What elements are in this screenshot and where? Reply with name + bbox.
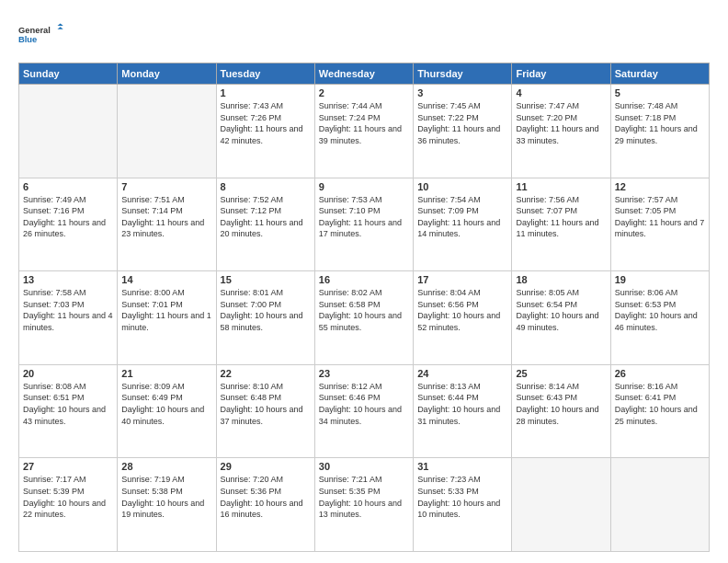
- calendar-cell: 3Sunrise: 7:45 AMSunset: 7:22 PMDaylight…: [414, 85, 512, 178]
- col-header-sunday: Sunday: [19, 63, 118, 85]
- calendar-cell: 7Sunrise: 7:51 AMSunset: 7:14 PMDaylight…: [118, 178, 216, 271]
- calendar-cell: 6Sunrise: 7:49 AMSunset: 7:16 PMDaylight…: [19, 178, 118, 271]
- day-info: Sunrise: 7:17 AMSunset: 5:39 PMDaylight:…: [23, 474, 113, 520]
- calendar-cell: 22Sunrise: 8:10 AMSunset: 6:48 PMDayligh…: [216, 364, 314, 458]
- svg-text:General: General: [18, 26, 51, 35]
- calendar-cell: 4Sunrise: 7:47 AMSunset: 7:20 PMDaylight…: [512, 85, 610, 178]
- day-number: 29: [221, 461, 311, 472]
- day-info: Sunrise: 8:13 AMSunset: 6:44 PMDaylight:…: [417, 381, 507, 427]
- day-info: Sunrise: 7:58 AMSunset: 7:03 PMDaylight:…: [23, 287, 113, 333]
- day-number: 9: [319, 181, 409, 192]
- day-number: 23: [319, 368, 409, 379]
- day-info: Sunrise: 7:48 AMSunset: 7:18 PMDaylight:…: [615, 100, 705, 146]
- day-number: 24: [417, 368, 507, 379]
- day-number: 11: [516, 181, 606, 192]
- day-info: Sunrise: 8:06 AMSunset: 6:53 PMDaylight:…: [615, 287, 705, 333]
- col-header-tuesday: Tuesday: [216, 63, 314, 85]
- week-row-3: 13Sunrise: 7:58 AMSunset: 7:03 PMDayligh…: [19, 271, 710, 365]
- calendar-cell: 17Sunrise: 8:04 AMSunset: 6:56 PMDayligh…: [414, 271, 512, 365]
- day-number: 17: [417, 274, 507, 285]
- day-number: 5: [615, 87, 705, 98]
- col-header-wednesday: Wednesday: [314, 63, 413, 85]
- day-info: Sunrise: 7:23 AMSunset: 5:33 PMDaylight:…: [417, 474, 507, 520]
- calendar-cell: 30Sunrise: 7:21 AMSunset: 5:35 PMDayligh…: [314, 458, 413, 552]
- day-number: 10: [417, 181, 507, 192]
- day-number: 8: [221, 181, 311, 192]
- day-number: 15: [221, 274, 311, 285]
- calendar-cell: 2Sunrise: 7:44 AMSunset: 7:24 PMDaylight…: [314, 85, 413, 178]
- calendar-cell: 27Sunrise: 7:17 AMSunset: 5:39 PMDayligh…: [19, 458, 118, 552]
- day-info: Sunrise: 8:00 AMSunset: 7:01 PMDaylight:…: [121, 287, 211, 333]
- week-row-4: 20Sunrise: 8:08 AMSunset: 6:51 PMDayligh…: [19, 364, 710, 458]
- svg-text:Blue: Blue: [18, 35, 37, 44]
- day-info: Sunrise: 7:21 AMSunset: 5:35 PMDaylight:…: [319, 474, 409, 520]
- page: General Blue SundayMondayTuesdayWednesda…: [0, 0, 728, 563]
- day-info: Sunrise: 7:45 AMSunset: 7:22 PMDaylight:…: [417, 100, 507, 146]
- day-info: Sunrise: 7:57 AMSunset: 7:05 PMDaylight:…: [615, 194, 705, 240]
- day-number: 16: [319, 274, 409, 285]
- week-row-2: 6Sunrise: 7:49 AMSunset: 7:16 PMDaylight…: [19, 178, 710, 271]
- day-info: Sunrise: 8:04 AMSunset: 6:56 PMDaylight:…: [417, 287, 507, 333]
- calendar-cell: 24Sunrise: 8:13 AMSunset: 6:44 PMDayligh…: [414, 364, 512, 458]
- calendar-cell: 11Sunrise: 7:56 AMSunset: 7:07 PMDayligh…: [512, 178, 610, 271]
- calendar-cell: [19, 85, 118, 178]
- day-info: Sunrise: 7:56 AMSunset: 7:07 PMDaylight:…: [516, 194, 606, 240]
- calendar-cell: 8Sunrise: 7:52 AMSunset: 7:12 PMDaylight…: [216, 178, 314, 271]
- day-info: Sunrise: 8:16 AMSunset: 6:41 PMDaylight:…: [615, 381, 705, 427]
- calendar-cell: 12Sunrise: 7:57 AMSunset: 7:05 PMDayligh…: [610, 178, 709, 271]
- day-number: 22: [221, 368, 311, 379]
- calendar-cell: 10Sunrise: 7:54 AMSunset: 7:09 PMDayligh…: [414, 178, 512, 271]
- svg-marker-3: [58, 27, 63, 29]
- calendar-cell: 19Sunrise: 8:06 AMSunset: 6:53 PMDayligh…: [610, 271, 709, 365]
- day-number: 4: [516, 87, 606, 98]
- day-info: Sunrise: 7:49 AMSunset: 7:16 PMDaylight:…: [23, 194, 113, 240]
- day-info: Sunrise: 7:43 AMSunset: 7:26 PMDaylight:…: [221, 100, 311, 146]
- day-number: 26: [615, 368, 705, 379]
- day-number: 27: [23, 461, 113, 472]
- col-header-saturday: Saturday: [610, 63, 709, 85]
- day-number: 21: [121, 368, 211, 379]
- calendar-header-row: SundayMondayTuesdayWednesdayThursdayFrid…: [19, 63, 710, 85]
- day-info: Sunrise: 8:05 AMSunset: 6:54 PMDaylight:…: [516, 287, 606, 333]
- day-info: Sunrise: 8:12 AMSunset: 6:46 PMDaylight:…: [319, 381, 409, 427]
- week-row-5: 27Sunrise: 7:17 AMSunset: 5:39 PMDayligh…: [19, 458, 710, 552]
- svg-marker-2: [58, 24, 63, 27]
- day-info: Sunrise: 7:44 AMSunset: 7:24 PMDaylight:…: [319, 100, 409, 146]
- day-info: Sunrise: 8:01 AMSunset: 7:00 PMDaylight:…: [221, 287, 311, 333]
- calendar-cell: 13Sunrise: 7:58 AMSunset: 7:03 PMDayligh…: [19, 271, 118, 365]
- day-info: Sunrise: 7:53 AMSunset: 7:10 PMDaylight:…: [319, 194, 409, 240]
- day-info: Sunrise: 7:20 AMSunset: 5:36 PMDaylight:…: [221, 474, 311, 520]
- calendar-cell: 31Sunrise: 7:23 AMSunset: 5:33 PMDayligh…: [414, 458, 512, 552]
- calendar-cell: 5Sunrise: 7:48 AMSunset: 7:18 PMDaylight…: [610, 85, 709, 178]
- day-number: 3: [417, 87, 507, 98]
- calendar-cell: 14Sunrise: 8:00 AMSunset: 7:01 PMDayligh…: [118, 271, 216, 365]
- calendar-cell: 15Sunrise: 8:01 AMSunset: 7:00 PMDayligh…: [216, 271, 314, 365]
- day-info: Sunrise: 7:52 AMSunset: 7:12 PMDaylight:…: [221, 194, 311, 240]
- col-header-friday: Friday: [512, 63, 610, 85]
- calendar-cell: 28Sunrise: 7:19 AMSunset: 5:38 PMDayligh…: [118, 458, 216, 552]
- day-number: 25: [516, 368, 606, 379]
- calendar-cell: [512, 458, 610, 552]
- day-info: Sunrise: 8:10 AMSunset: 6:48 PMDaylight:…: [221, 381, 311, 427]
- day-number: 12: [615, 181, 705, 192]
- calendar-cell: 23Sunrise: 8:12 AMSunset: 6:46 PMDayligh…: [314, 364, 413, 458]
- col-header-thursday: Thursday: [414, 63, 512, 85]
- day-number: 30: [319, 461, 409, 472]
- day-number: 7: [121, 181, 211, 192]
- calendar-cell: 21Sunrise: 8:09 AMSunset: 6:49 PMDayligh…: [118, 364, 216, 458]
- calendar-cell: 9Sunrise: 7:53 AMSunset: 7:10 PMDaylight…: [314, 178, 413, 271]
- day-info: Sunrise: 8:09 AMSunset: 6:49 PMDaylight:…: [121, 381, 211, 427]
- day-info: Sunrise: 7:47 AMSunset: 7:20 PMDaylight:…: [516, 100, 606, 146]
- day-number: 1: [221, 87, 311, 98]
- header: General Blue: [18, 17, 710, 53]
- day-number: 19: [615, 274, 705, 285]
- day-info: Sunrise: 7:19 AMSunset: 5:38 PMDaylight:…: [121, 474, 211, 520]
- calendar-cell: 20Sunrise: 8:08 AMSunset: 6:51 PMDayligh…: [19, 364, 118, 458]
- calendar-cell: 1Sunrise: 7:43 AMSunset: 7:26 PMDaylight…: [216, 85, 314, 178]
- day-number: 18: [516, 274, 606, 285]
- day-number: 6: [23, 181, 113, 192]
- day-info: Sunrise: 7:51 AMSunset: 7:14 PMDaylight:…: [121, 194, 211, 240]
- calendar-cell: [118, 85, 216, 178]
- day-number: 13: [23, 274, 113, 285]
- day-number: 14: [121, 274, 211, 285]
